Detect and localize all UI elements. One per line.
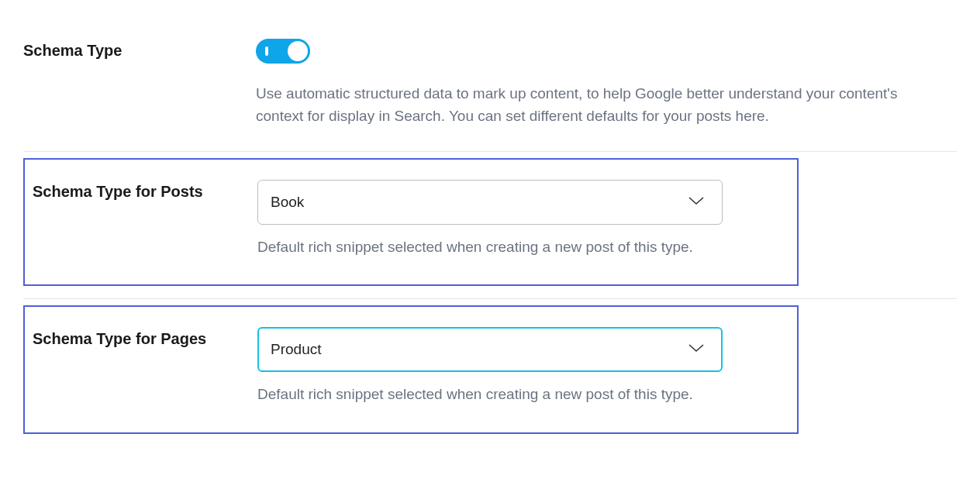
schema-posts-description: Default rich snippet selected when creat…	[257, 236, 797, 258]
divider	[23, 298, 957, 299]
schema-type-description: Use automatic structured data to mark up…	[256, 82, 946, 128]
schema-posts-box: Schema Type for Posts Book Default rich …	[23, 158, 799, 286]
schema-pages-select[interactable]: Product	[257, 327, 723, 372]
label-column: Schema Type for Posts	[25, 180, 257, 201]
label-column: Schema Type	[23, 39, 256, 60]
schema-type-row: Schema Type Use automatic structured dat…	[23, 23, 957, 151]
schema-type-toggle[interactable]	[256, 39, 310, 64]
toggle-knob	[288, 41, 308, 61]
chevron-down-icon	[688, 195, 705, 209]
schema-posts-selected-value: Book	[271, 194, 304, 211]
schema-type-label: Schema Type	[23, 42, 122, 59]
control-column: Use automatic structured data to mark up…	[256, 39, 957, 128]
schema-posts-select[interactable]: Book	[257, 180, 723, 225]
control-column: Product Default rich snippet selected wh…	[257, 327, 797, 405]
schema-pages-description: Default rich snippet selected when creat…	[257, 383, 797, 405]
divider	[23, 151, 957, 152]
schema-pages-box: Schema Type for Pages Product Default ri…	[23, 305, 799, 433]
control-column: Book Default rich snippet selected when …	[257, 180, 797, 258]
schema-posts-label: Schema Type for Posts	[33, 183, 203, 200]
chevron-down-icon	[688, 343, 705, 356]
schema-pages-label: Schema Type for Pages	[33, 330, 206, 347]
toggle-on-indicator	[265, 46, 268, 56]
schema-pages-selected-value: Product	[271, 341, 321, 358]
label-column: Schema Type for Pages	[25, 327, 257, 348]
